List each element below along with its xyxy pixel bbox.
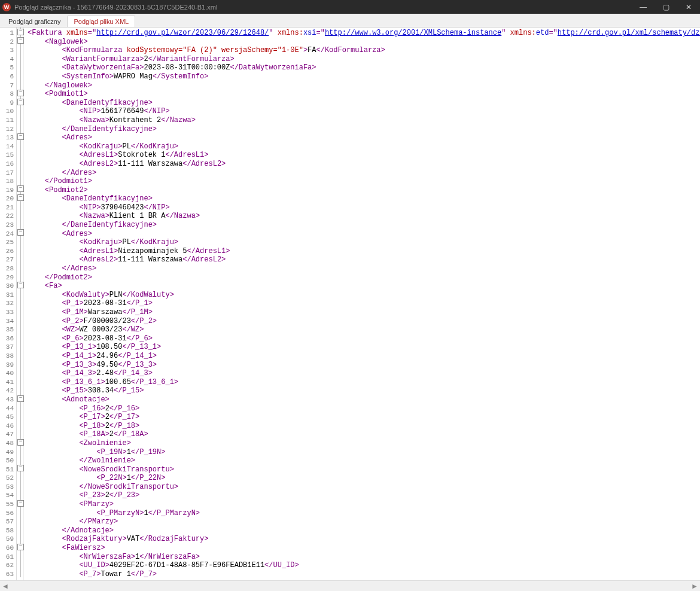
- close-button[interactable]: ✕: [677, 0, 700, 14]
- fold-toggle-icon[interactable]: [17, 36, 23, 45]
- tab-graphic-preview[interactable]: Podgląd graficzny: [2, 16, 67, 27]
- code-line[interactable]: <P_16>2</P_16>: [28, 404, 696, 413]
- code-line[interactable]: <NIP>3790460423</NIP>: [28, 203, 696, 212]
- code-line[interactable]: <UU_ID>4029EF2C-67D1-48A8-85F7-E96FEADB1…: [28, 561, 696, 570]
- code-line[interactable]: </Adres>: [28, 169, 696, 178]
- fold-toggle-icon[interactable]: [17, 98, 23, 106]
- code-line[interactable]: <NrWierszaFa>1</NrWierszaFa>: [28, 553, 696, 562]
- fold-guide: [17, 569, 23, 578]
- fold-toggle-icon[interactable]: [17, 438, 23, 447]
- code-line[interactable]: <FaWiersz>: [28, 544, 696, 553]
- fold-guide: [17, 412, 23, 421]
- code-line[interactable]: <PMarzy>: [28, 500, 696, 509]
- code-line[interactable]: <AdresL1>Niezapominajek 5</AdresL1>: [28, 247, 696, 256]
- fold-toggle-icon[interactable]: [17, 281, 23, 290]
- fold-guide: [17, 360, 23, 368]
- code-content[interactable]: <Faktura xmlns="http://crd.gov.pl/wzor/2…: [24, 28, 700, 580]
- scroll-left-icon[interactable]: ◄: [0, 581, 11, 592]
- window-controls: — ▢ ✕: [632, 0, 700, 14]
- code-line[interactable]: <P_13_3>49.50</P_13_3>: [28, 361, 696, 370]
- code-line[interactable]: <RodzajFaktury>VAT</RodzajFaktury>: [28, 535, 696, 544]
- code-line[interactable]: <SystemInfo>WAPRO Mag</SystemInfo>: [28, 72, 696, 81]
- code-line[interactable]: <Fa>: [28, 282, 696, 291]
- code-line[interactable]: <Faktura xmlns="http://crd.gov.pl/wzor/2…: [28, 29, 696, 38]
- code-line[interactable]: </DaneIdentyfikacyjne>: [28, 221, 696, 230]
- code-line[interactable]: </DaneIdentyfikacyjne>: [28, 125, 696, 134]
- xml-editor: 1234567891011121314151617181920212223242…: [0, 28, 700, 580]
- code-line[interactable]: <KodKraju>PL</KodKraju>: [28, 238, 696, 247]
- code-line[interactable]: <P_13_6_1>100.65</P_13_6_1>: [28, 378, 696, 387]
- fold-toggle-icon[interactable]: [17, 193, 23, 202]
- code-line[interactable]: <P_1M>Warszawa</P_1M>: [28, 308, 696, 317]
- line-number: 45: [5, 413, 14, 422]
- code-line[interactable]: <WZ>WZ 0003/23</WZ>: [28, 325, 696, 334]
- line-number: 61: [5, 553, 14, 562]
- code-line[interactable]: </Naglowek>: [28, 81, 696, 90]
- fold-toggle-icon[interactable]: [17, 28, 23, 36]
- code-line[interactable]: <P_19N>1</P_19N>: [28, 448, 696, 457]
- code-line[interactable]: <Adnotacje>: [28, 395, 696, 404]
- code-line[interactable]: <P_2>F/000003/23</P_2>: [28, 317, 696, 326]
- code-line[interactable]: </NoweSrodkiTransportu>: [28, 483, 696, 492]
- line-number: 5: [5, 63, 14, 72]
- code-line[interactable]: <Podmiot2>: [28, 186, 696, 195]
- scroll-right-icon[interactable]: ►: [689, 581, 700, 592]
- code-line[interactable]: <KodFormularza kodSystemowy="FA (2)" wer…: [28, 46, 696, 55]
- code-line[interactable]: </PMarzy>: [28, 517, 696, 526]
- code-line[interactable]: <AdresL2>11-111 Warszawa</AdresL2>: [28, 160, 696, 169]
- code-line[interactable]: <P_22N>1</P_22N>: [28, 474, 696, 483]
- code-line[interactable]: <Zwolnienie>: [28, 439, 696, 448]
- code-line[interactable]: <P_18A>2</P_18A>: [28, 430, 696, 439]
- code-line[interactable]: <DaneIdentyfikacyjne>: [28, 194, 696, 203]
- code-line[interactable]: <WariantFormularza>2</WariantFormularza>: [28, 55, 696, 64]
- code-line[interactable]: <P_PMarzyN>1</P_PMarzyN>: [28, 509, 696, 518]
- fold-toggle-icon[interactable]: [17, 132, 23, 141]
- code-line[interactable]: <P_15>308.34</P_15>: [28, 386, 696, 395]
- code-line[interactable]: <NoweSrodkiTransportu>: [28, 465, 696, 474]
- code-line[interactable]: <Adres>: [28, 230, 696, 239]
- code-line[interactable]: <Nazwa>Klient 1 BR A</Nazwa>: [28, 212, 696, 221]
- code-line[interactable]: <P_18>2</P_18>: [28, 422, 696, 431]
- code-line[interactable]: <AdresL1>Stokrotek 1</AdresL1>: [28, 151, 696, 160]
- code-line[interactable]: <Naglowek>: [28, 38, 696, 47]
- maximize-button[interactable]: ▢: [655, 0, 677, 14]
- code-line[interactable]: </Adres>: [28, 264, 696, 273]
- line-number: 51: [5, 465, 14, 474]
- code-line[interactable]: </Podmiot1>: [28, 177, 696, 186]
- code-line[interactable]: </Podmiot2>: [28, 273, 696, 282]
- code-line[interactable]: <Podmiot1>: [28, 90, 696, 99]
- fold-toggle-icon[interactable]: [17, 543, 23, 552]
- code-line[interactable]: <P_13_1>108.50</P_13_1>: [28, 343, 696, 352]
- horizontal-scrollbar[interactable]: ◄ ►: [0, 580, 700, 591]
- scrollbar-track[interactable]: [11, 582, 689, 590]
- line-number: 63: [5, 570, 14, 579]
- fold-toggle-icon[interactable]: [17, 394, 23, 403]
- code-line[interactable]: <Adres>: [28, 133, 696, 142]
- fold-guide: [17, 220, 23, 229]
- fold-toggle-icon[interactable]: [17, 229, 23, 237]
- code-line[interactable]: <P_17>2</P_17>: [28, 413, 696, 422]
- code-line[interactable]: <AdresL2>11-111 Warszawa</AdresL2>: [28, 255, 696, 264]
- code-line[interactable]: <Nazwa>Kontrahent 2</Nazwa>: [28, 116, 696, 125]
- code-line[interactable]: <P_7>Towar 1</P_7>: [28, 570, 696, 579]
- code-line[interactable]: <KodWaluty>PLN</KodWaluty>: [28, 291, 696, 300]
- fold-toggle-icon[interactable]: [17, 185, 23, 194]
- code-line[interactable]: <NIP>1561776649</NIP>: [28, 107, 696, 116]
- code-line[interactable]: <DaneIdentyfikacyjne>: [28, 99, 696, 108]
- fold-toggle-icon[interactable]: [17, 499, 23, 508]
- fold-toggle-icon[interactable]: [17, 464, 23, 473]
- code-line[interactable]: <P_1>2023-08-31</P_1>: [28, 299, 696, 308]
- fold-guide: [17, 45, 23, 54]
- code-line[interactable]: <P_23>2</P_23>: [28, 491, 696, 500]
- code-line[interactable]: <P_14_1>24.96</P_14_1>: [28, 352, 696, 361]
- code-line[interactable]: <DataWytworzeniaFa>2023-08-31T00:00:00Z<…: [28, 63, 696, 72]
- tab-xml-preview[interactable]: Podgląd pliku XML: [67, 16, 135, 27]
- code-line[interactable]: <P_14_3>2.48</P_14_3>: [28, 369, 696, 378]
- code-line[interactable]: <P_6>2023-08-31</P_6>: [28, 334, 696, 343]
- fold-gutter[interactable]: [17, 28, 24, 580]
- code-line[interactable]: <KodKraju>PL</KodKraju>: [28, 142, 696, 151]
- fold-toggle-icon[interactable]: [17, 89, 23, 98]
- code-line[interactable]: </Zwolnienie>: [28, 456, 696, 465]
- code-line[interactable]: </Adnotacje>: [28, 526, 696, 535]
- minimize-button[interactable]: —: [632, 0, 655, 14]
